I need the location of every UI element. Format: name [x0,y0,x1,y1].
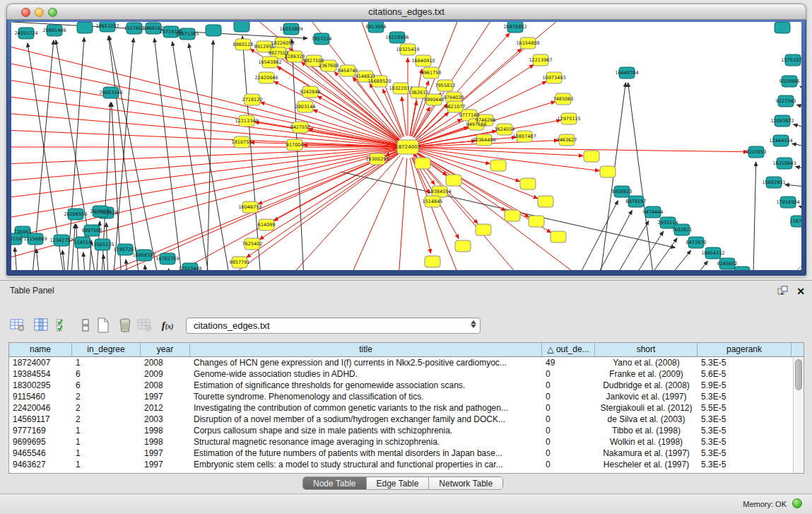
graph-edge[interactable] [103,255,107,270]
table-row[interactable]: 977716911998Corpus callosum shape and si… [9,425,804,436]
graph-edge[interactable] [563,201,618,270]
graph-node[interactable] [234,22,249,32]
new-column-icon[interactable] [94,316,112,334]
graph-edge[interactable] [109,36,143,270]
cell-out-de-[interactable]: 0 [542,425,595,436]
cell-out-de-[interactable]: 0 [542,414,595,425]
close-panel-icon[interactable]: ✕ [796,286,805,296]
cell-in-degree[interactable]: 6 [72,380,141,391]
cell-name[interactable]: 9699695 [9,436,72,448]
vertical-scrollbar[interactable] [793,358,804,473]
cell-name[interactable]: 9465546 [9,448,72,459]
cell-out-de-[interactable]: 0 [542,391,595,402]
cell-out-de-[interactable]: 0 [542,402,595,414]
cell-title[interactable]: Investigating the contribution of common… [190,402,542,414]
cell-short[interactable]: Yano et al. (2008) [595,357,698,368]
cell-short[interactable]: de Silva et al. (2003) [595,414,698,425]
graph-node[interactable] [600,166,616,177]
graph-node[interactable] [775,22,790,33]
graph-edge-selected[interactable] [11,148,396,165]
column-mapping-icon[interactable] [33,316,51,334]
column-header-year[interactable]: year [141,343,190,356]
column-header-in-degree[interactable]: in_degree [72,343,141,356]
cell-short[interactable]: Franke et al. (2009) [595,368,698,380]
select-columns-icon[interactable] [54,316,72,334]
graph-node[interactable] [446,175,461,186]
graph-edge[interactable] [799,206,802,211]
cell-short[interactable]: Nakamura et al. (1997) [595,448,698,459]
delete-column-icon[interactable] [116,316,134,334]
graph-edge[interactable] [83,252,87,270]
cell-in-degree[interactable]: 1 [72,459,141,470]
cell-pagerank[interactable]: 5.3E-5 [698,436,792,448]
graph-edge-selected[interactable] [397,158,407,270]
cell-pagerank[interactable]: 5.3E-5 [698,459,792,470]
cell-name[interactable]: 22420046 [9,402,72,414]
cell-in-degree[interactable]: 2 [72,414,141,425]
table-row[interactable]: 911546021997Tourette syndrome. Phenomeno… [9,391,804,402]
cell-name[interactable]: 9463627 [9,459,72,470]
graph-edge[interactable] [36,249,42,270]
graph-node[interactable] [520,178,536,189]
column-header-out-de-[interactable]: △ out_de... [542,343,595,356]
table-selector-dropdown[interactable]: citations_edges.txt [186,317,481,334]
table-row[interactable]: 969969511998Structural magnetic resonanc… [9,436,804,448]
graph-edge[interactable] [169,269,174,270]
cell-pagerank[interactable]: 5.9E-5 [698,380,792,391]
cell-title[interactable]: Corpus callosum shape and size in male p… [190,425,542,436]
column-header-short[interactable]: short [595,343,698,356]
cell-title[interactable]: Structural magnetic resonance image aver… [190,436,542,448]
delete-table-icon[interactable] [136,316,154,334]
cell-in-degree[interactable]: 2 [72,391,141,402]
cell-year[interactable]: 2012 [141,402,190,414]
cell-short[interactable]: Hescheler et al. (1997) [595,459,698,470]
graph-node[interactable] [505,210,520,221]
graph-edge-selected[interactable] [11,150,396,243]
graph-edge[interactable] [154,38,185,270]
graph-edge-selected[interactable] [412,22,461,136]
graph-edge[interactable] [797,105,802,110]
graph-edge[interactable] [628,83,657,270]
table-row[interactable]: 946362711997Embryonic stem cells: a mode… [9,459,804,470]
graph-node[interactable] [538,196,553,207]
cell-short[interactable]: Dudbridge et al. (2008) [595,380,698,391]
graph-edge[interactable] [145,265,148,270]
tab-network-table[interactable]: Network Table [429,477,502,489]
cell-in-degree[interactable]: 1 [72,448,141,459]
table-row[interactable]: 946554611997Estimation of the future num… [9,448,804,459]
cell-in-degree[interactable]: 2 [72,402,141,414]
cell-pagerank[interactable]: 5.6E-5 [698,368,792,380]
cell-in-degree[interactable]: 6 [72,368,141,380]
cell-name[interactable]: 9115460 [9,391,72,402]
network-view-canvas[interactable]: 2405572420691406106532871527602946616210… [11,22,801,270]
scrollbar-thumb[interactable] [795,359,802,390]
cell-name[interactable]: 14569117 [9,414,72,425]
cell-year[interactable]: 1998 [141,425,190,436]
graph-node[interactable] [415,158,430,169]
float-window-icon[interactable] [777,285,788,298]
table-row[interactable]: 1938455462009Genome-wide association stu… [9,368,804,380]
graph-edge[interactable] [599,221,649,270]
graph-edge-selected[interactable] [259,153,398,240]
graph-edge-selected[interactable] [11,76,396,145]
cell-pagerank[interactable]: 5.3E-5 [698,357,792,368]
cell-pagerank[interactable]: 5.3E-5 [698,425,792,436]
graph-edge[interactable] [581,211,632,270]
column-header-title[interactable]: title [190,343,542,356]
table-settings-icon[interactable] [8,316,27,334]
cell-pagerank[interactable]: 5.3E-5 [698,414,792,425]
cell-name[interactable]: 18724007 [9,357,72,368]
graph-edge-selected[interactable] [247,153,399,257]
table-row[interactable]: 1830029562008Estimation of significance … [9,380,804,391]
graph-node[interactable] [206,25,221,36]
row-height-icon[interactable] [76,316,95,334]
cell-short[interactable]: Jankovic et al. (1997) [595,391,698,402]
cell-year[interactable]: 2009 [141,368,190,380]
cell-pagerank[interactable]: 5.5E-5 [698,402,792,414]
graph-edge[interactable] [109,36,164,270]
graph-edge[interactable] [794,124,801,129]
graph-edge[interactable] [15,247,19,270]
cell-short[interactable]: Wolkin et al. (1998) [595,436,698,448]
cell-year[interactable]: 2003 [141,414,190,425]
cell-title[interactable]: Estimation of the future numbers of pati… [190,448,542,459]
